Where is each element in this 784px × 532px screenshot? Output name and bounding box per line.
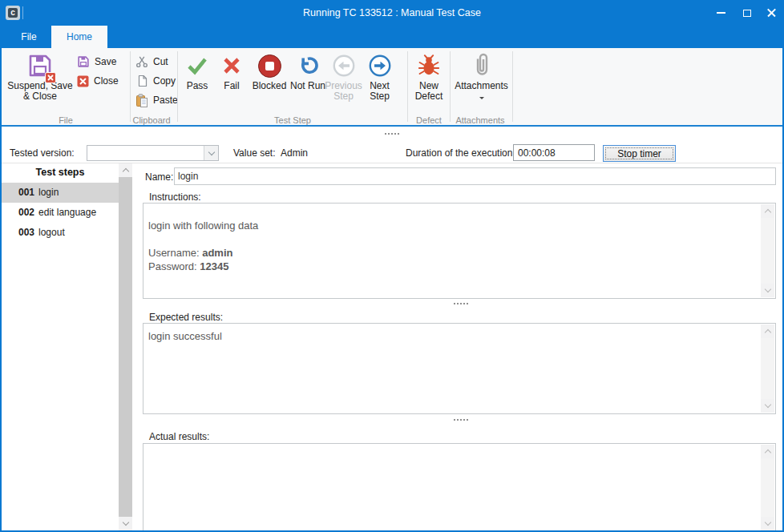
paste-button[interactable]: Paste [135, 91, 178, 109]
minimize-button[interactable] [709, 0, 733, 26]
copy-icon [135, 75, 148, 87]
instructions-textarea[interactable]: login with following data Username: admi… [143, 203, 776, 299]
name-label: Name: [145, 171, 173, 183]
instructions-scrollbar[interactable] [761, 204, 774, 297]
scroll-down-button[interactable] [119, 517, 132, 530]
chevron-up-icon [764, 329, 770, 336]
window-border-left [0, 26, 2, 532]
expected-results-text: login successful [148, 329, 758, 343]
actual-results-label: Actual results: [149, 431, 209, 442]
actual-scrollbar[interactable] [761, 445, 774, 530]
suspend-save-close-button[interactable]: Suspend, Save & Close [6, 50, 74, 113]
tab-home[interactable]: Home [51, 26, 107, 48]
chevron-up-icon [122, 168, 128, 175]
next-step-icon [368, 50, 392, 81]
maximize-button[interactable] [734, 0, 759, 26]
group-separator [177, 51, 178, 122]
test-step-row[interactable]: 003logout [2, 223, 119, 243]
ribbon: Suspend, Save & Close Save Close File Cu… [2, 48, 782, 125]
previous-step-icon [332, 50, 356, 81]
splitter-handle[interactable] [385, 133, 386, 135]
next-step-button[interactable]: Next Step [362, 50, 398, 113]
close-badge-icon [45, 72, 56, 83]
maximize-icon [743, 10, 751, 17]
name-input[interactable] [174, 167, 776, 185]
chevron-down-icon [764, 286, 770, 292]
not-run-icon [297, 50, 319, 81]
scrollbar-thumb[interactable] [119, 177, 132, 517]
tested-version-input[interactable] [89, 147, 201, 159]
chevron-down-icon [764, 401, 770, 408]
stop-timer-button[interactable]: Stop timer [603, 145, 676, 162]
dropdown-caret-icon [479, 97, 484, 102]
test-steps-header: Test steps [2, 167, 119, 178]
tested-version-label: Tested version: [10, 147, 75, 159]
pass-button[interactable]: Pass [180, 50, 215, 113]
scroll-down-button[interactable] [761, 399, 774, 413]
blocked-button[interactable]: Blocked [249, 50, 289, 113]
chevron-down-icon [764, 519, 770, 526]
expected-results-textarea[interactable]: login successful [143, 323, 776, 414]
test-step-row[interactable]: 002edit language [2, 203, 119, 223]
fail-icon [220, 50, 243, 81]
value-set-value: Admin [281, 147, 308, 159]
group-label-file: File [30, 115, 102, 125]
cut-button[interactable]: Cut [135, 53, 168, 71]
group-label-test-step: Test Step [257, 115, 329, 125]
ribbon-tab-row: File Home [0, 26, 784, 48]
pass-icon [185, 50, 209, 81]
instructions-label: Instructions: [149, 191, 201, 203]
attachments-button[interactable]: Attachments [452, 50, 511, 113]
chevron-up-icon [764, 209, 770, 216]
group-label-attachments: Attachments [444, 115, 516, 125]
value-set-label: Value set: [233, 147, 275, 159]
splitter-handle[interactable] [454, 419, 455, 421]
close-window-button[interactable] [759, 0, 784, 26]
paperclip-icon [472, 50, 491, 81]
group-separator [512, 51, 513, 122]
new-defect-button[interactable]: New Defect [409, 50, 449, 113]
chevron-up-icon [764, 449, 770, 456]
app-icon[interactable]: c [6, 6, 20, 20]
test-step-row[interactable]: 001login [2, 183, 119, 203]
scroll-up-button[interactable] [761, 445, 774, 458]
group-separator [407, 51, 408, 122]
scroll-down-button[interactable] [761, 284, 774, 297]
scroll-up-button[interactable] [119, 163, 132, 177]
group-separator [130, 51, 131, 122]
duration-label: Duration of the execution: [406, 147, 515, 159]
steps-scrollbar[interactable] [119, 163, 132, 530]
instruction-line: login with following data [148, 219, 758, 232]
minimize-icon [717, 12, 725, 14]
fail-button[interactable]: Fail [215, 50, 249, 113]
combo-dropdown-button[interactable] [204, 146, 218, 160]
suspend-save-close-icon [27, 50, 53, 81]
not-run-button[interactable]: Not Run [289, 50, 326, 113]
chevron-down-icon [122, 519, 128, 526]
group-separator [450, 51, 451, 122]
username-line: Username: admin [148, 246, 758, 260]
titlebar-separator [22, 6, 23, 19]
scroll-down-button[interactable] [761, 517, 774, 530]
close-button[interactable]: Close [77, 72, 119, 90]
splitter-handle[interactable] [454, 303, 455, 304]
duration-input[interactable] [513, 144, 595, 161]
actual-results-textarea[interactable] [143, 443, 776, 532]
cut-icon [135, 55, 148, 68]
save-icon [77, 55, 90, 68]
paste-icon [135, 94, 148, 107]
copy-button[interactable]: Copy [135, 72, 176, 90]
scroll-up-button[interactable] [761, 204, 774, 218]
bug-icon [417, 50, 441, 81]
chevron-down-icon [208, 148, 214, 155]
close-icon [766, 8, 777, 18]
save-button[interactable]: Save [77, 53, 116, 71]
blocked-icon [258, 50, 281, 81]
expected-scrollbar[interactable] [761, 324, 774, 413]
scroll-up-button[interactable] [761, 324, 774, 338]
password-line: Password: 12345 [148, 260, 758, 273]
close-red-icon [77, 75, 89, 87]
previous-step-button[interactable]: Previous Step [325, 50, 362, 113]
tested-version-combobox[interactable] [87, 145, 219, 161]
tab-file[interactable]: File [6, 26, 51, 48]
